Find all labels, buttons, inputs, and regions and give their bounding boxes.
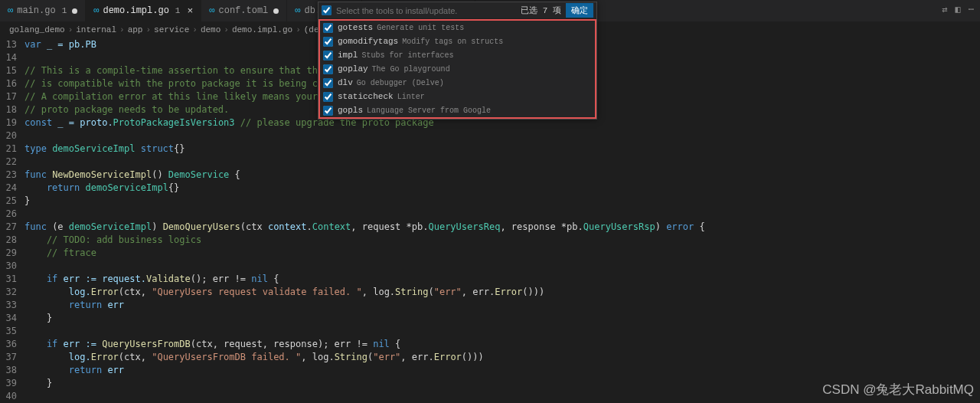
go-icon: ∞ (93, 5, 99, 16)
tab-label: demo.impl.go (103, 5, 168, 16)
item-name: gopls (338, 106, 363, 115)
item-desc: Generate unit tests (377, 24, 464, 32)
code-line[interactable] (24, 260, 980, 273)
breadcrumb-item[interactable]: demo.impl.go (232, 25, 292, 34)
picker-item-staticcheck[interactable]: staticcheckLinter (320, 90, 595, 103)
item-name: gotests (338, 23, 373, 32)
close-icon[interactable]: × (187, 5, 193, 17)
code-line[interactable]: // ftrace (24, 247, 980, 260)
modified-dot-icon (273, 8, 279, 14)
picker-item-gopls[interactable]: goplsLanguage Server from Google (320, 103, 595, 117)
tab-badge: 1 (175, 6, 181, 15)
code-line[interactable]: return demoServiceImpl{} (24, 182, 980, 195)
item-desc: Stubs for interfaces (361, 51, 453, 60)
code-line[interactable]: } (24, 195, 980, 208)
code-line[interactable]: log.Error(ctx, "QueryUsers request valid… (24, 286, 980, 299)
picker-item-dlv[interactable]: dlvGo debugger (Delve) (320, 76, 595, 90)
item-checkbox[interactable] (323, 78, 333, 88)
picker-item-gomodifytags[interactable]: gomodifytagsModify tags on structs (320, 34, 595, 48)
tool-picker: 已选 7 项 确定 gotestsGenerate unit testsgomo… (318, 2, 597, 120)
watermark: CSDN @兔老大RabbitMQ (822, 381, 974, 398)
compare-icon[interactable]: ⇄ (942, 4, 947, 15)
go-icon: ∞ (295, 5, 300, 16)
code-line[interactable]: log.Error(ctx, "QueryUsersFromDB failed.… (24, 351, 980, 364)
item-checkbox[interactable] (323, 64, 333, 74)
titlebar-actions: ⇄ ◧ ⋯ (942, 4, 974, 15)
line-gutter: 1314151617181920212223242526272829303132… (0, 38, 24, 403)
tab-badge: 1 (62, 6, 67, 15)
breadcrumb-item[interactable]: demo (201, 25, 220, 34)
selected-count: 已选 7 项 (521, 5, 561, 16)
code-line[interactable]: type demoServiceImpl struct{} (24, 143, 980, 156)
picker-item-impl[interactable]: implStubs for interfaces (320, 48, 595, 62)
go-icon: ∞ (8, 5, 13, 16)
code-line[interactable]: if err := request.Validate(); err != nil… (24, 273, 980, 286)
item-checkbox[interactable] (323, 51, 333, 61)
tab-demo-impl-go[interactable]: ∞demo.impl.go1× (86, 0, 201, 21)
item-desc: Language Server from Google (367, 106, 491, 115)
code-line[interactable]: if err := QueryUsersFromDB(ctx, request,… (24, 338, 980, 351)
code-line[interactable]: func NewDemoServiceImpl() DemoService { (24, 169, 980, 182)
item-desc: Modify tags on structs (402, 38, 503, 46)
breadcrumb-item[interactable]: internal (76, 25, 116, 34)
code-line[interactable] (24, 129, 980, 143)
item-checkbox[interactable] (323, 37, 333, 47)
ok-button[interactable]: 确定 (566, 3, 593, 18)
select-all-checkbox[interactable] (322, 5, 332, 15)
tab-label: main.go (17, 5, 55, 16)
more-icon[interactable]: ⋯ (969, 4, 974, 15)
item-name: dlv (338, 78, 353, 87)
code-line[interactable] (24, 208, 980, 221)
picker-item-goplay[interactable]: goplayThe Go playground (320, 62, 595, 76)
tab-label: conf.toml (218, 5, 268, 16)
picker-list: gotestsGenerate unit testsgomodifytagsMo… (318, 19, 596, 119)
item-desc: Go debugger (Delve) (357, 79, 444, 87)
item-name: goplay (338, 64, 368, 74)
picker-input[interactable] (336, 6, 518, 15)
item-checkbox[interactable] (323, 23, 333, 33)
code-line[interactable]: } (24, 312, 980, 325)
item-name: impl (338, 51, 358, 60)
breadcrumb-item[interactable]: app (128, 25, 143, 34)
item-name: staticcheck (338, 92, 394, 101)
item-name: gomodifytags (338, 37, 398, 46)
tab-main-go[interactable]: ∞main.go1 (0, 0, 86, 21)
code-line[interactable]: // TODO: add business logics (24, 234, 980, 247)
code-line[interactable] (24, 325, 980, 338)
item-desc: The Go playground (372, 65, 450, 74)
code-line[interactable]: func (e demoServiceImpl) DemoQueryUsers(… (24, 221, 980, 234)
split-icon[interactable]: ◧ (956, 4, 961, 15)
tab-conf-toml[interactable]: ∞conf.toml (201, 0, 287, 21)
item-checkbox[interactable] (323, 92, 333, 102)
item-desc: Linter (397, 93, 425, 101)
item-checkbox[interactable] (323, 106, 333, 116)
picker-item-gotests[interactable]: gotestsGenerate unit tests (320, 21, 595, 34)
modified-dot-icon (72, 8, 77, 14)
breadcrumb-item[interactable]: service (154, 25, 189, 34)
code-line[interactable]: return err (24, 299, 980, 312)
go-icon: ∞ (209, 5, 214, 16)
code-line[interactable]: return err (24, 364, 980, 377)
code-line[interactable] (24, 156, 980, 169)
breadcrumb-item[interactable]: golang_demo (9, 25, 65, 34)
